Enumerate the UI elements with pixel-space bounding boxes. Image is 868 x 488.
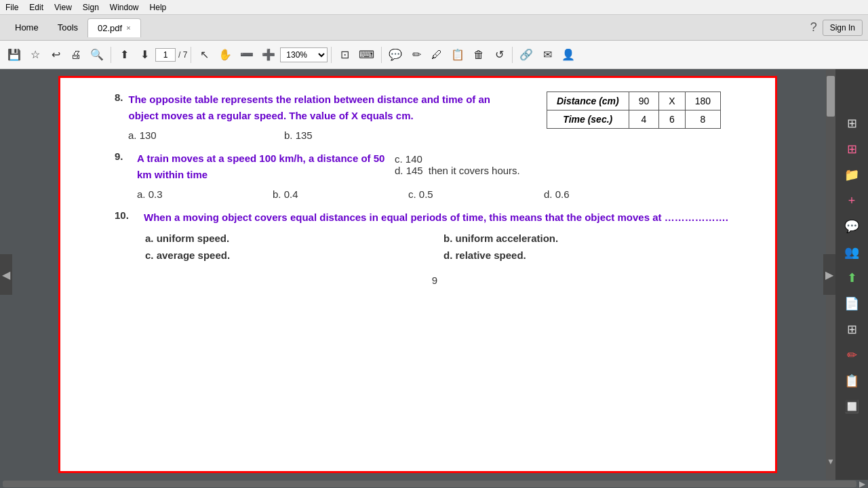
next-page-button[interactable]: ⬇ [135, 45, 154, 64]
question-8: 8. The opposite table represents the rel… [115, 92, 755, 141]
tab-pdf-label: 02.pdf [98, 23, 122, 33]
q9-number: 9. [115, 150, 132, 200]
pdf-page: 8. The opposite table represents the rel… [58, 76, 777, 473]
bottom-scroll-track [3, 481, 856, 487]
table-cell-x: X [659, 92, 685, 110]
link-button[interactable]: 🔗 [516, 45, 536, 64]
table-cell-90: 90 [629, 92, 659, 110]
right-add-icon[interactable]: + [840, 188, 864, 213]
right-zoom-icon[interactable]: ⊞ [840, 111, 864, 136]
zoom-select[interactable]: 130% 100% 75% [280, 47, 328, 62]
comment-button[interactable]: 💬 [385, 45, 406, 64]
table-header-label: Distance (cm) [547, 92, 629, 110]
stamp-button[interactable]: 📋 [448, 45, 468, 64]
q10-options-cd: c. average speed. d. relative speed. [145, 249, 755, 261]
q8-option-b: b. 135 [284, 129, 440, 141]
q10-text: When a moving object covers equal distan… [144, 209, 728, 226]
prev-page-button[interactable]: ⬆ [115, 45, 134, 64]
print-button[interactable]: 🖨 [66, 45, 85, 64]
q9-text-row: A train moves at a speed 100 km/h, a dis… [137, 150, 755, 183]
right-doc-icon[interactable]: 📋 [840, 369, 864, 393]
delete-button[interactable]: 🗑 [469, 45, 488, 64]
marquee-button[interactable]: ⌨ [355, 45, 378, 64]
separator-5 [512, 47, 513, 63]
q10-option-c: c. average speed. [145, 249, 443, 261]
table-cell-6: 6 [659, 110, 685, 129]
email-button[interactable]: ✉ [538, 45, 557, 64]
q9-option-a: a. 0.3 [137, 188, 273, 200]
save-button[interactable]: 💾 [4, 45, 24, 64]
separator-2 [191, 47, 191, 63]
left-collapse-button[interactable]: ◀ [0, 254, 12, 295]
q8-number: 8. [115, 92, 123, 124]
table-time-label: Time (sec.) [547, 110, 629, 129]
menu-edit[interactable]: Edit [29, 3, 43, 12]
menu-sign[interactable]: Sign [83, 3, 99, 12]
q9-text: A train moves at a speed 100 km/h, a dis… [137, 150, 388, 183]
select-button[interactable]: ↖ [195, 45, 214, 64]
scroll-thumb[interactable] [827, 76, 835, 117]
table-cell-4: 4 [629, 110, 659, 129]
q8-options-row1: a. 130 b. 135 [128, 129, 755, 141]
right-grid-icon[interactable]: ⊞ [840, 317, 864, 342]
menu-view[interactable]: View [54, 3, 72, 12]
menu-file[interactable]: File [5, 3, 18, 12]
table-row-header: Distance (cm) 90 X 180 [547, 92, 720, 110]
tab-close-button[interactable]: × [126, 24, 130, 32]
help-button[interactable]: ? [810, 20, 817, 35]
zoom-out-button[interactable]: ➖ [237, 45, 257, 64]
right-calculator-icon[interactable]: ⊞ [840, 137, 864, 161]
table-cell-8: 8 [685, 110, 720, 129]
tab-tools[interactable]: Tools [48, 18, 87, 37]
right-folder-icon[interactable]: 📁 [840, 163, 864, 187]
menu-bar: File Edit View Sign Window Help [0, 0, 868, 15]
scroll-down-button[interactable]: ▼ [827, 457, 835, 466]
toolbar: 💾 ☆ ↩ 🖨 🔍 ⬆ ⬇ / 7 ↖ ✋ ➖ ➕ 130% 100% 75% … [0, 41, 868, 69]
content-area: 8. The opposite table represents the rel… [0, 69, 835, 480]
page-input[interactable] [155, 48, 176, 62]
right-edit-icon[interactable]: ✏ [840, 343, 864, 367]
user-button[interactable]: 👤 [558, 45, 578, 64]
q8-option-a: a. 130 [128, 129, 284, 141]
menu-window[interactable]: Window [110, 3, 139, 12]
undo-button[interactable]: ↺ [490, 45, 509, 64]
q10-option-a: a. uniform speed. [145, 232, 443, 244]
right-collapse-button[interactable]: ▶ [823, 254, 835, 295]
fit-page-button[interactable]: ⊡ [335, 45, 354, 64]
share-button[interactable]: ↩ [46, 45, 65, 64]
menu-help[interactable]: Help [150, 3, 167, 12]
page-nav: / 7 [155, 48, 187, 62]
q8-content: 8. The opposite table represents the rel… [115, 92, 755, 141]
q10-text-block: 10. When a moving object covers equal di… [115, 209, 755, 226]
q9-options-row: a. 0.3 b. 0.4 c. 0.5 d. 0.6 [137, 188, 755, 200]
separator-1 [111, 47, 111, 63]
pan-button[interactable]: ✋ [215, 45, 235, 64]
highlight-button[interactable]: ✏ [407, 45, 426, 64]
tab-pdf[interactable]: 02.pdf × [87, 18, 141, 37]
q9-right-block: c. 140 d. 145then it covers hours. [395, 153, 520, 176]
bookmark-button[interactable]: ☆ [26, 45, 45, 64]
pen-button[interactable]: 🖊 [427, 45, 446, 64]
bottom-scrollbar[interactable]: ▶ [0, 480, 868, 488]
bottom-scroll-right[interactable]: ▶ [859, 479, 865, 488]
find-button[interactable]: 🔍 [87, 45, 107, 64]
right-page-icon[interactable]: 📄 [840, 291, 864, 316]
page-number: 9 [115, 274, 755, 286]
right-export-icon[interactable]: ⬆ [840, 266, 864, 290]
right-panel: ⊞ ⊞ 📁 + 💬 👥 ⬆ 📄 ⊞ ✏ 📋 🔲 ⌄ ↦ [835, 69, 868, 480]
q9-option-c: c. 0.5 [408, 188, 544, 200]
right-people-icon[interactable]: 👥 [840, 240, 864, 264]
q9-block: 9. A train moves at a speed 100 km/h, a … [115, 150, 755, 200]
q10-number: 10. [115, 209, 138, 226]
q9-option-c-right: c. 140 [395, 153, 520, 165]
sign-in-button[interactable]: Sign In [823, 20, 863, 36]
right-comment-icon[interactable]: 💬 [840, 214, 864, 239]
q9-content: A train moves at a speed 100 km/h, a dis… [137, 150, 755, 200]
zoom-in-button[interactable]: ➕ [258, 45, 279, 64]
tab-bar: Home Tools 02.pdf × ? Sign In [0, 15, 868, 41]
main-area: ◀ 8. The opposite table represents the r… [0, 69, 868, 480]
tab-home[interactable]: Home [5, 18, 48, 37]
page-total: / 7 [178, 50, 187, 60]
right-scan-icon[interactable]: 🔲 [840, 394, 864, 419]
q8-text: The opposite table represents the relati… [129, 92, 509, 124]
